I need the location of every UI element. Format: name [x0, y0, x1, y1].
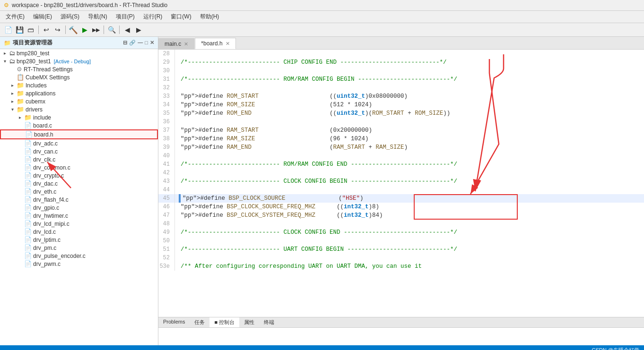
- menu-item-h[interactable]: 帮助(H): [196, 12, 223, 22]
- debug-btn[interactable]: ▶: [79, 25, 90, 35]
- close-tab-main-c[interactable]: ✕: [184, 41, 188, 47]
- tree-item-drv_dac_c[interactable]: 📄drv_dac.c: [0, 179, 158, 188]
- collapse-all-icon[interactable]: ⊟: [123, 40, 127, 46]
- tree-icon-file-c: 📄: [24, 156, 32, 163]
- console-tab[interactable]: ■ 控制台: [209, 317, 239, 327]
- tree-item-cubemx_settings[interactable]: 📋CubeMX Settings: [0, 73, 158, 81]
- tree-item-drv_eth_c[interactable]: 📄drv_eth.c: [0, 188, 158, 196]
- tree-arrow: ▸: [9, 91, 15, 96]
- redo-btn[interactable]: ↪: [52, 25, 63, 35]
- tab-label-board-h: *board.h: [201, 40, 222, 47]
- line-content: /** After configuring corresponding UART…: [179, 262, 644, 271]
- tree-label: drv_pwm.c: [33, 261, 61, 267]
- tree-label: board.c: [33, 122, 52, 129]
- tree-icon-file-c: 📄: [24, 260, 32, 267]
- code-line-39: 39"pp">#define RAM_END (RAM_START + RAM_…: [158, 143, 644, 152]
- tree-icon-file-c: 📄: [24, 122, 32, 129]
- line-content: "pp">#define ROM_START ((uint32_t)0x0800…: [179, 92, 644, 101]
- menu-item-p[interactable]: 项目(P): [112, 12, 139, 22]
- tree-item-drv_lcd_c[interactable]: 📄drv_lcd.c: [0, 228, 158, 236]
- line-number: 40: [158, 152, 175, 160]
- tree-icon-cubemx: 📋: [17, 74, 24, 81]
- menu-item-e[interactable]: 编辑(E): [29, 12, 56, 22]
- tree-item-drv_lcd_mipi_c[interactable]: 📄drv_lcd_mipi.c: [0, 220, 158, 228]
- tree-icon-file-c: 📄: [24, 196, 32, 203]
- nav-fwd-btn[interactable]: ▶: [133, 25, 144, 35]
- link-editor-icon[interactable]: 🔗: [129, 40, 136, 46]
- menu-item-e[interactable]: 文件(E): [2, 12, 28, 22]
- tree-label: drv_lcd.c: [33, 229, 56, 235]
- bottom-content: [158, 328, 644, 345]
- tree-item-drv_hwtimer_c[interactable]: 📄drv_hwtimer.c: [0, 212, 158, 220]
- tree-item-drv_can_c[interactable]: 📄drv_can.c: [0, 147, 158, 155]
- maximize-icon[interactable]: □: [145, 40, 148, 46]
- line-content: "pp">#define RAM_START (0x20000000): [179, 126, 644, 135]
- sidebar-title: 📁 项目资源管理器: [4, 39, 52, 47]
- code-line-31: 31/*-------------------------- ROM/RAM C…: [158, 75, 644, 84]
- problems-tab[interactable]: Problems: [158, 317, 190, 327]
- tree-item-cubemx[interactable]: ▸📁cubemx: [0, 97, 158, 105]
- tree-label: drv_can.c: [33, 148, 58, 155]
- tree-item-drv_pm_c[interactable]: 📄drv_pm.c: [0, 244, 158, 252]
- tree-item-drv_clk_c[interactable]: 📄drv_clk.c: [0, 155, 158, 163]
- search-btn[interactable]: 🔍: [106, 25, 117, 35]
- tree-item-include[interactable]: ▸📁include: [0, 113, 158, 121]
- close-sidebar-icon[interactable]: ✕: [150, 40, 154, 46]
- menu-item-n[interactable]: 导航(N): [84, 12, 111, 22]
- tree-label: drv_lcd_mipi.c: [33, 221, 70, 227]
- new-btn[interactable]: 📄: [3, 25, 13, 35]
- code-editor[interactable]: 28 29/*-------------------------- CHIP C…: [158, 50, 644, 317]
- line-content: /*-------------------------- UART CONFIG…: [179, 245, 644, 254]
- tree-item-drv_adc_c[interactable]: 📄drv_adc.c: [0, 139, 158, 147]
- line-number: 35: [158, 109, 175, 118]
- minimize-icon[interactable]: —: [138, 40, 143, 46]
- undo-btn[interactable]: ↩: [41, 25, 52, 35]
- tree-item-drv_lptim_c[interactable]: 📄drv_lptim.c: [0, 236, 158, 244]
- tree-item-drv_gpio_c[interactable]: 📄drv_gpio.c: [0, 204, 158, 212]
- save-btn[interactable]: 💾: [14, 25, 25, 35]
- sidebar-header-icons: ⊟ 🔗 — □ ✕: [123, 40, 154, 46]
- line-number: 43: [158, 177, 175, 186]
- code-line-45: 45"pp">#define BSP_CLOCK_SOURCE ("HSE"): [158, 194, 644, 203]
- menu-item-s[interactable]: 源码(S): [57, 12, 83, 22]
- tree-item-bmp280_test[interactable]: ▸🗂bmp280_test: [0, 49, 158, 57]
- nav-back-btn[interactable]: ◀: [122, 25, 132, 35]
- properties-tab[interactable]: 属性: [239, 317, 259, 327]
- menu-item-r[interactable]: 运行(R): [139, 12, 166, 22]
- tree-item-rt_thread_settings[interactable]: ⚙RT-Thread Settings: [0, 65, 158, 73]
- tree-item-applications[interactable]: ▸📁applications: [0, 89, 158, 97]
- tree-item-drv_pwm_c[interactable]: 📄drv_pwm.c: [0, 260, 158, 268]
- save-all-btn[interactable]: 🗃: [26, 25, 36, 35]
- tab-main-c[interactable]: main.c ✕: [158, 38, 194, 49]
- code-line-33: 33"pp">#define ROM_START ((uint32_t)0x08…: [158, 92, 644, 101]
- line-number: 51: [158, 245, 175, 254]
- terminal-tab[interactable]: 终端: [259, 317, 279, 327]
- line-content: /*-------------------------- ROM/RAM CON…: [179, 75, 644, 84]
- sidebar-icon: 📁: [4, 40, 11, 46]
- tab-board-h[interactable]: *board.h ✕: [195, 38, 235, 49]
- code-line-34: 34"pp">#define ROM_SIZE (512 * 1024): [158, 101, 644, 109]
- tree-item-drivers[interactable]: ▾📁drivers: [0, 105, 158, 113]
- code-line-50: 50: [158, 237, 644, 245]
- tree-label: drivers: [26, 106, 43, 113]
- tree-item-board_h[interactable]: 📄board.h: [0, 129, 158, 139]
- code-lines-container: 28 29/*-------------------------- CHIP C…: [158, 50, 644, 271]
- tree-item-bnp280_test1[interactable]: ▾🗂bnp280_test1[Active - Debug]: [0, 57, 158, 65]
- tasks-tab[interactable]: 任务: [190, 317, 209, 327]
- tree-item-drv_pulse_encoder_c[interactable]: 📄drv_pulse_encoder.c: [0, 252, 158, 260]
- tab-bar: main.c ✕ *board.h ✕: [158, 37, 644, 50]
- tree-item-drv_flash_f4_c[interactable]: 📄drv_flash_f4.c: [0, 196, 158, 204]
- menu-item-w[interactable]: 窗口(W): [167, 12, 195, 22]
- run-btn[interactable]: ▶▶: [91, 25, 101, 35]
- tree-label: drv_gpio.c: [33, 205, 59, 211]
- close-tab-board-h[interactable]: ✕: [226, 41, 230, 47]
- build-btn[interactable]: 🔨: [68, 25, 78, 35]
- tree-item-includes[interactable]: ▸📁Includes: [0, 81, 158, 89]
- line-number: 45: [158, 194, 175, 203]
- tree-item-drv_common_c[interactable]: 📄drv_common.c: [0, 163, 158, 171]
- tree-icon-folder: 📁: [17, 106, 24, 113]
- tree-item-drv_crypto_c[interactable]: 📄drv_crypto.c: [0, 171, 158, 179]
- line-number: 48: [158, 220, 175, 228]
- tree-item-board_c[interactable]: 📄board.c: [0, 121, 158, 129]
- tree-label: drv_pm.c: [33, 245, 56, 251]
